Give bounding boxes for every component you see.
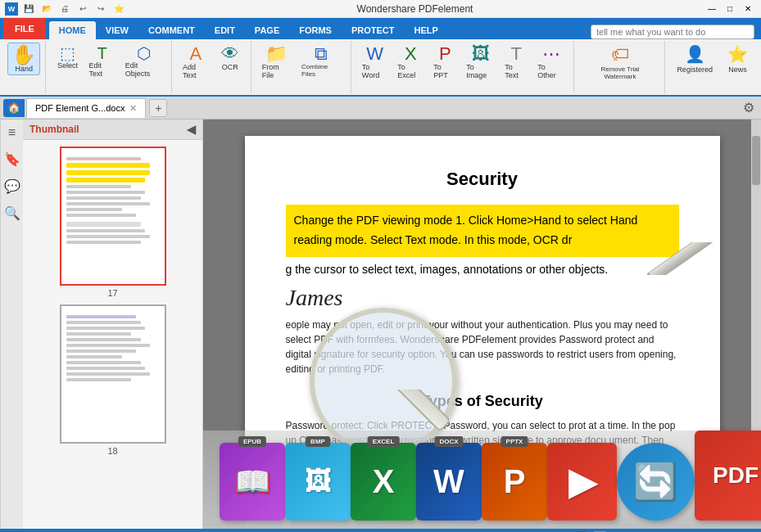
tab-file[interactable]: FILE [3,18,46,39]
sync-card: 🔄 [617,443,695,521]
sidebar-header: Thumbnail ◀ [23,119,202,140]
quick-print[interactable]: 🖨 [57,2,72,16]
thumbnail-item-17[interactable]: 17 [26,147,199,298]
edit-text-button[interactable]: T Edit Text [85,43,120,80]
pdf-title: Security [286,169,679,190]
minimize-button[interactable]: — [704,2,720,16]
docx-card: DOCX W [416,443,482,521]
to-text-button[interactable]: T To Text [501,43,532,82]
to-image-icon: 🖼 [472,45,490,63]
to-excel-button[interactable]: X To Excel [393,43,428,82]
sidebar-title: Thumbnail [29,124,79,135]
sidebar-icon-search[interactable]: 🔍 [2,203,23,223]
news-button[interactable]: ⭐ News [721,43,754,75]
to-excel-icon: X [405,45,417,63]
thumbnail-item-18[interactable]: 18 [26,304,199,456]
sidebar-toggle-button[interactable]: ◀ [187,123,196,136]
quick-open[interactable]: 📂 [39,2,54,16]
news-icon: ⭐ [727,44,748,64]
pdf-continued-text: g the cursor to select text, images, ann… [286,260,679,278]
tab-page[interactable]: PAGE [245,21,289,39]
ribbon-tabs: FILE HOME VIEW COMMENT EDIT PAGE FORMS P… [0,18,761,39]
doc-tab-label: PDF Element G...docx [35,103,125,113]
thumbnail-sidebar: Thumbnail ◀ [23,119,203,529]
ocr-button[interactable]: 👁 OCR [215,43,246,74]
doc-tab-close[interactable]: ✕ [129,103,137,114]
main-area: ≡ 🔖 💬 🔍 Thumbnail ◀ [0,119,761,529]
sidebar-icon-comment[interactable]: 💬 [2,176,23,196]
excel-badge: EXCEL [368,436,400,447]
tab-protect[interactable]: PROTECT [342,21,405,39]
maximize-button[interactable]: □ [722,2,738,16]
to-word-icon: W [366,45,383,63]
to-ppt-icon: P [439,45,451,63]
home-tab-button[interactable]: 🏠 [3,99,25,117]
ribbon-search-area [584,25,761,39]
quick-redo[interactable]: ↪ [93,2,108,16]
app-title: Wondershare PDFelement [126,3,704,15]
ribbon-search-input[interactable] [591,25,754,39]
tabs-settings: ⚙ [743,100,761,115]
combine-files-button[interactable]: ⧉ Combine Files [297,43,346,80]
select-button[interactable]: ⬚ Select [52,43,84,72]
format-docx[interactable]: DOCX W [416,431,482,521]
tab-edit[interactable]: EDIT [205,21,245,39]
pdf-card: PDF [695,431,761,521]
ribbon-group-user: 👤 Registered ⭐ News [667,41,758,93]
new-tab-button[interactable]: + [149,99,167,117]
format-pdf[interactable]: PDF [695,431,761,521]
watermark-icon: 🏷 [611,44,629,65]
tab-help[interactable]: HELP [405,21,448,39]
ribbon-group-convert: W To Word X To Excel P To PPT 🖼 To Image… [353,41,574,93]
to-other-button[interactable]: ⋯ To Other [533,43,568,82]
to-image-button[interactable]: 🖼 To Image [462,43,499,82]
tab-comment[interactable]: COMMENT [138,21,205,39]
add-text-icon: A [190,45,202,63]
excel-card: EXCEL X [351,443,416,521]
tab-home[interactable]: HOME [49,21,96,39]
settings-gear-icon[interactable]: ⚙ [743,101,754,115]
remove-watermark-button[interactable]: 🏷 Remove Trial Watermark [581,43,659,82]
sidebar-icon-pages[interactable]: ≡ [6,123,18,142]
format-epub[interactable]: EPUB 📖 [220,431,285,521]
thumbnail-num-17: 17 [107,288,117,298]
bmp-badge: BMP [306,436,330,447]
epub-badge: EPUB [238,436,266,447]
pdf-viewer[interactable]: Security Change the PDF viewing mode 1. … [203,119,761,529]
thumbnail-img-18[interactable] [60,304,166,444]
document-tab[interactable]: PDF Element G...docx ✕ [26,98,146,118]
scrollbar-thumb[interactable] [752,136,760,185]
format-pptx[interactable]: PPTX P [482,431,547,521]
close-button[interactable]: ✕ [740,2,756,16]
format-bmp[interactable]: BMP 🖼 [285,431,351,521]
add-text-button[interactable]: A Add Text [179,43,213,82]
pdf-highlight-text: Change the PDF viewing mode 1. Click Hom… [294,214,638,246]
user-icon: 👤 [685,44,705,64]
quick-undo[interactable]: ↩ [75,2,90,16]
quick-star[interactable]: ⭐ [111,2,126,16]
svg-rect-0 [382,390,450,431]
to-ppt-button[interactable]: P To PPT [429,43,460,82]
thumbnail-img-17[interactable] [60,147,166,286]
from-file-button[interactable]: 📁 From File [258,43,296,82]
to-other-icon: ⋯ [542,45,560,63]
tab-view[interactable]: VIEW [96,21,138,39]
edit-objects-button[interactable]: ⬡ Edit Objects [121,43,166,80]
format-vp[interactable]: ▶ [547,431,617,521]
hand-button[interactable]: ✋ Hand [7,43,40,75]
tab-forms[interactable]: FORMS [289,21,342,39]
registered-button[interactable]: 👤 Registered [670,43,719,75]
bmp-card: BMP 🖼 [285,443,351,521]
ribbon-group-files: 📁 From File ⧉ Combine Files [253,41,351,93]
sidebar-icon-bookmark[interactable]: 🔖 [2,149,23,169]
status-bar: ⏮ ◀ 17 / 27 ▶ ⏭ ⊞ 🔲 🔳 − + 100% ▾ [0,529,761,532]
ribbon-bar: ✋ Hand ⬚ Select T Edit Text ⬡ Edit Objec… [0,39,761,97]
app-icon: W [5,2,18,16]
format-excel[interactable]: EXCEL X [351,431,416,521]
format-sync[interactable]: 🔄 [617,431,695,521]
edit-objects-icon: ⬡ [137,45,151,61]
epub-card: EPUB 📖 [220,443,285,521]
to-word-button[interactable]: W To Word [358,43,392,82]
from-file-icon: 📁 [265,45,288,63]
quick-save[interactable]: 💾 [21,2,36,16]
